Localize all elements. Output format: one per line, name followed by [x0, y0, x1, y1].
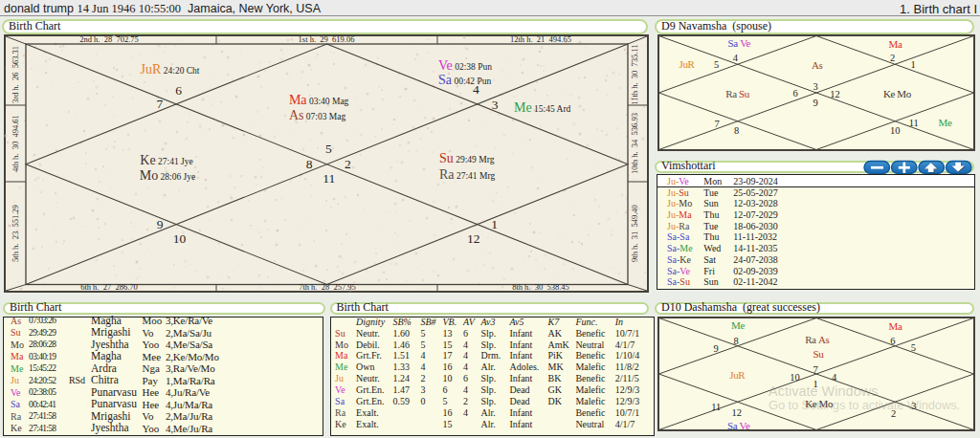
svg-text:Me: Me: [939, 117, 952, 128]
svg-text:12: 12: [467, 231, 480, 246]
svg-text:7: 7: [156, 97, 163, 111]
svg-text:10: 10: [173, 231, 187, 246]
svg-text:12th h. 21 494.65: 12th h. 21 494.65: [510, 34, 571, 44]
svg-text:Ma: Ma: [889, 38, 902, 50]
svg-text:4th h. 30 494.61: 4th h. 30 494.61: [11, 115, 20, 172]
svg-text:5th h. 23 551.29: 5th h. 23 551.29: [11, 205, 20, 262]
svg-text:9: 9: [157, 217, 164, 231]
svg-text:10th h. 34 536.93: 10th h. 34 536.93: [630, 113, 639, 174]
svg-text:11: 11: [323, 171, 335, 186]
svg-text:7th h. 28 257.95: 7th h. 28 257.95: [299, 282, 356, 292]
svg-text:7: 7: [813, 364, 817, 375]
svg-text:1: 1: [491, 217, 498, 231]
svg-text:6: 6: [890, 336, 895, 346]
svg-text:9th h. 31 549.40: 9th h. 31 549.40: [630, 205, 639, 262]
svg-text:8: 8: [306, 157, 313, 171]
svg-text:Sa Ve: Sa Ve: [728, 37, 751, 49]
svg-text:11: 11: [909, 118, 919, 128]
svg-text:JuR: JuR: [679, 58, 696, 70]
svg-text:5: 5: [325, 142, 332, 156]
svg-text:2: 2: [345, 157, 351, 171]
svg-text:Sa Ve: Sa Ve: [727, 420, 750, 431]
svg-text:6: 6: [175, 83, 182, 98]
svg-text:5: 5: [714, 59, 719, 70]
svg-text:11th h. 30 735.11: 11th h. 30 735.11: [630, 44, 639, 104]
svg-text:1st h. 29 619.06: 1st h. 29 619.06: [299, 34, 355, 44]
svg-text:JuR: JuR: [729, 369, 746, 381]
svg-text:Ma: Ma: [889, 320, 902, 332]
svg-text:5: 5: [911, 342, 916, 353]
svg-text:10: 10: [790, 372, 800, 383]
svg-text:Ra As: Ra As: [805, 334, 829, 345]
svg-text:6: 6: [793, 88, 798, 99]
svg-text:7: 7: [714, 119, 719, 129]
svg-text:2nd h. 28 702.75: 2nd h. 28 702.75: [79, 34, 139, 44]
svg-text:3rd h. 26 563.31: 3rd h. 26 563.31: [11, 46, 20, 103]
svg-text:As: As: [812, 59, 823, 71]
svg-text:3: 3: [492, 98, 499, 112]
svg-text:Ke Mo: Ke Mo: [883, 88, 912, 99]
svg-text:11: 11: [711, 402, 721, 412]
svg-text:4: 4: [832, 372, 837, 383]
svg-text:Su: Su: [813, 348, 825, 360]
svg-text:12: 12: [830, 89, 840, 99]
svg-text:12: 12: [731, 407, 742, 418]
svg-text:1: 1: [910, 59, 915, 70]
svg-text:2: 2: [890, 53, 895, 63]
svg-text:3: 3: [813, 81, 817, 92]
svg-text:4: 4: [733, 53, 739, 63]
svg-text:8th h. 30 538.45: 8th h. 30 538.45: [512, 282, 569, 292]
svg-text:Ra Su: Ra Su: [725, 88, 749, 99]
svg-text:6th h. 27 286.70: 6th h. 27 286.70: [80, 282, 138, 292]
svg-text:10: 10: [890, 125, 901, 136]
svg-text:9: 9: [714, 343, 719, 354]
svg-text:8: 8: [733, 336, 738, 346]
svg-text:9: 9: [813, 98, 817, 108]
svg-text:Me: Me: [731, 319, 745, 331]
svg-text:8: 8: [734, 125, 739, 136]
